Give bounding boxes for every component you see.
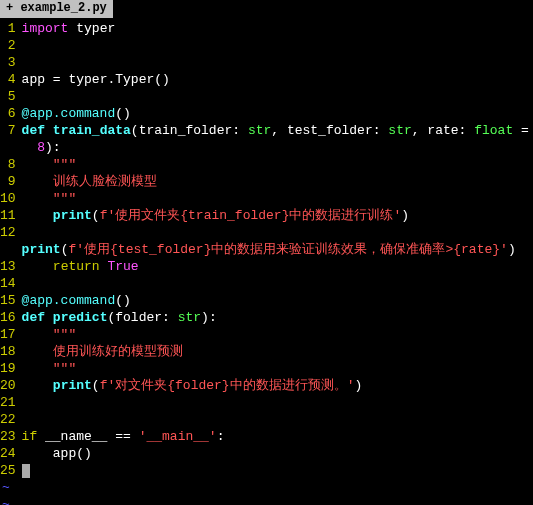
code-line[interactable] (22, 54, 533, 71)
line-number: 7 (0, 122, 16, 139)
line-number: 6 (0, 105, 16, 122)
line-number: 16 (0, 309, 16, 326)
line-number: 5 (0, 88, 16, 105)
line-number: 20 (0, 377, 16, 394)
line-number: 10 (0, 190, 16, 207)
tilde-line: ~ (2, 479, 533, 496)
code-line[interactable]: @app.command() (22, 105, 533, 122)
code-line[interactable]: 使用训练好的模型预测 (22, 343, 533, 360)
code-line[interactable]: print(f'对文件夹{folder}中的数据进行预测。') (22, 377, 533, 394)
code-line[interactable]: """ (22, 190, 533, 207)
code-line[interactable]: print(f'使用{test_folder}中的数据用来验证训练效果，确保准确… (22, 241, 533, 258)
line-number: 9 (0, 173, 16, 190)
code-line[interactable]: return True (22, 258, 533, 275)
line-number: 24 (0, 445, 16, 462)
line-number: 3 (0, 54, 16, 71)
tab-bar: + example_2.py (0, 0, 533, 18)
code-line[interactable]: """ (22, 360, 533, 377)
code-line[interactable] (22, 224, 533, 241)
line-number: 1 (0, 20, 16, 37)
code-line[interactable]: if __name__ == '__main__': (22, 428, 533, 445)
code-line[interactable]: @app.command() (22, 292, 533, 309)
code-line[interactable]: app() (22, 445, 533, 462)
code-line[interactable]: app = typer.Typer() (22, 71, 533, 88)
code-line[interactable]: def predict(folder: str): (22, 309, 533, 326)
line-number: 4 (0, 71, 16, 88)
code-line[interactable] (22, 394, 533, 411)
code-line[interactable] (22, 37, 533, 54)
line-number (0, 139, 16, 156)
code-line[interactable] (22, 411, 533, 428)
line-number: 11 (0, 207, 16, 224)
file-tab[interactable]: + example_2.py (0, 0, 113, 18)
line-number: 25 (0, 462, 16, 479)
code-line[interactable]: 训练人脸检测模型 (22, 173, 533, 190)
tilde-line: ~ (2, 496, 533, 505)
line-number: 19 (0, 360, 16, 377)
code-line[interactable]: """ (22, 156, 533, 173)
line-number (0, 241, 16, 258)
vim-tildes: ~~~ (0, 479, 533, 505)
code-line[interactable] (22, 275, 533, 292)
code-line[interactable]: """ (22, 326, 533, 343)
line-number: 14 (0, 275, 16, 292)
line-number: 17 (0, 326, 16, 343)
line-number: 12 (0, 224, 16, 241)
line-number: 13 (0, 258, 16, 275)
code-area[interactable]: import typerapp = typer.Typer()@app.comm… (22, 20, 533, 479)
line-number: 15 (0, 292, 16, 309)
line-number: 2 (0, 37, 16, 54)
code-editor[interactable]: 1234567891011121314151617181920212223242… (0, 18, 533, 479)
line-number: 21 (0, 394, 16, 411)
code-line[interactable]: def train_data(train_folder: str, test_f… (22, 122, 533, 139)
line-number: 18 (0, 343, 16, 360)
line-number: 8 (0, 156, 16, 173)
code-line[interactable] (22, 462, 533, 479)
code-line[interactable]: import typer (22, 20, 533, 37)
line-number: 22 (0, 411, 16, 428)
cursor (22, 464, 30, 478)
code-line[interactable] (22, 88, 533, 105)
line-number-gutter: 1234567891011121314151617181920212223242… (0, 20, 22, 479)
line-number: 23 (0, 428, 16, 445)
code-line[interactable]: print(f'使用文件夹{train_folder}中的数据进行训练') (22, 207, 533, 224)
code-line[interactable]: 8): (22, 139, 533, 156)
